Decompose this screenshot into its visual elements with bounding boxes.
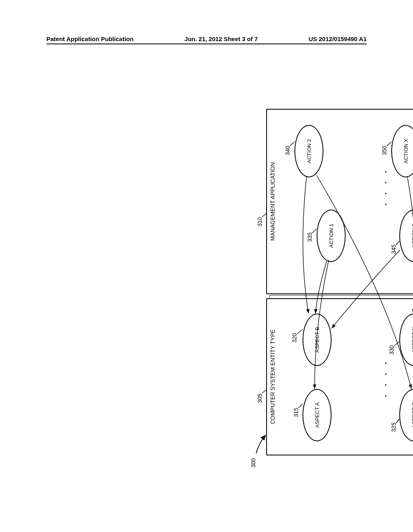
- ref-315: 315: [293, 408, 299, 417]
- ref-305: 305: [257, 394, 263, 403]
- figure-ref-300: 300: [250, 458, 257, 468]
- management-app-box: MANAGEMENT APPLICATION: [266, 109, 413, 294]
- aspect-c-text: ASPECT C: [411, 402, 413, 428]
- ref-310: 310: [257, 217, 263, 227]
- header-right: US 2012/0159490 A1: [309, 35, 367, 42]
- ref-325: 325: [390, 423, 397, 432]
- action-2-node: ACTION 2: [294, 125, 323, 177]
- header-rule: [46, 44, 367, 44]
- page-header: Patent Application Publication Jun. 21, …: [0, 35, 413, 42]
- entity-box-title: COMPUTER SYSTEM ENTITY TYPE: [269, 329, 276, 424]
- header-middle: Jun. 21, 2012 Sheet 3 of 7: [184, 35, 258, 42]
- aspect-b-node: ASPECT B: [302, 314, 332, 366]
- aspect-a-text: ASPECT A: [314, 402, 320, 428]
- figure-wrapper: 300 COMPUTER SYSTEM ENTITY TYPE 305 MANA…: [254, 101, 413, 455]
- ellipsis-left: . . . .: [379, 359, 388, 397]
- ref-335: 335: [307, 233, 313, 242]
- ellipsis-right: . . . .: [379, 167, 388, 206]
- action-x-text: ACTION X: [403, 139, 409, 163]
- aspect-b-text: ASPECT B: [314, 327, 320, 353]
- aspect-n-text: ASPECT N: [411, 327, 413, 353]
- ref-345: 345: [390, 245, 397, 254]
- action-3-text: ACTION 3: [411, 224, 413, 248]
- action-2-text: ACTION 2: [306, 139, 312, 163]
- aspect-a-node: ASPECT A: [302, 389, 332, 441]
- ref-340: 340: [284, 146, 291, 155]
- management-box-title: MANAGEMENT APPLICATION: [269, 162, 276, 241]
- ref-320: 320: [291, 333, 298, 343]
- action-1-text: ACTION 1: [328, 224, 334, 248]
- header-left: Patent Application Publication: [46, 35, 133, 42]
- figure-300: 300 COMPUTER SYSTEM ENTITY TYPE 305 MANA…: [254, 101, 413, 455]
- ref-330: 330: [388, 345, 395, 355]
- action-1-node: ACTION 1: [317, 210, 346, 262]
- ref-350: 350: [381, 146, 388, 155]
